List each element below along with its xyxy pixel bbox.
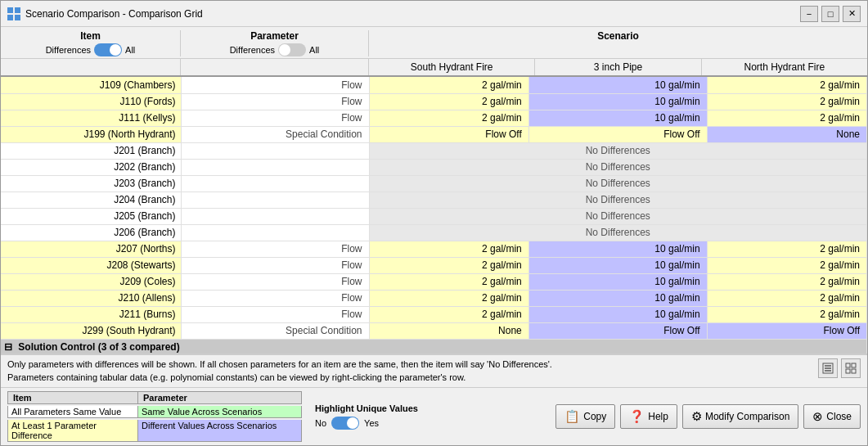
- table-row: J204 (Branch)No Differences: [1, 191, 867, 208]
- value-cell-1: 2 gal/min: [369, 93, 528, 110]
- table-row: J209 (Coles)Flow2 gal/min10 gal/min2 gal…: [1, 273, 867, 290]
- param-differences-toggle[interactable]: [278, 43, 306, 56]
- legend-param-header: Parameter: [138, 391, 302, 404]
- highlight-label: Highlight Unique Values: [315, 403, 418, 413]
- no-differences-cell: No Differences: [369, 159, 867, 175]
- item-cell: J111 (Kellys): [1, 110, 181, 126]
- param-cell: Flow: [181, 77, 369, 93]
- highlight-toggle-thumb: [347, 417, 358, 429]
- param-cell: [181, 191, 369, 208]
- table-row: J109 (Chambers)Flow2 gal/min10 gal/min2 …: [1, 77, 867, 93]
- highlight-toggle[interactable]: [331, 417, 359, 430]
- value-cell-1: 2 gal/min: [369, 257, 528, 273]
- item-cell: J205 (Branch): [1, 208, 181, 224]
- item-toggle-thumb: [110, 44, 121, 56]
- modify-button[interactable]: ⚙ Modify Comparison: [682, 404, 798, 429]
- section-header-cell: ⊟ Solution Control (3 of 3 compared): [1, 339, 867, 354]
- legend-item-header: Item: [7, 391, 138, 404]
- value-cell-1: 2 gal/min: [369, 306, 528, 322]
- param-cell: [181, 208, 369, 224]
- title-bar-left: Scenario Comparison - Comparison Grid: [7, 7, 203, 20]
- footer-area: Item Parameter All Parameters Same Value…: [1, 387, 867, 445]
- svg-rect-11: [852, 369, 856, 373]
- highlight-no-label: No: [315, 418, 326, 428]
- table-row: J199 (North Hydrant)Special ConditionFlo…: [1, 126, 867, 142]
- minimize-button[interactable]: −: [800, 6, 818, 22]
- svg-rect-9: [852, 363, 856, 367]
- value-cell-3: 2 gal/min: [707, 257, 866, 273]
- legend-col-headers: Item Parameter: [7, 391, 302, 404]
- value-cell-1: Flow Off: [369, 126, 528, 142]
- table-row: J206 (Branch)No Differences: [1, 224, 867, 241]
- no-differences-cell: No Differences: [369, 142, 867, 159]
- highlight-toggle-row: No Yes: [315, 417, 379, 430]
- status-bar: Only parameters with differences will be…: [1, 354, 867, 387]
- no-differences-cell: No Differences: [369, 224, 867, 241]
- close-button[interactable]: ⊗ Close: [803, 404, 861, 429]
- copy-label: Copy: [583, 411, 606, 422]
- scenario-col-1: South Hydrant Fire: [369, 59, 535, 75]
- item-cell: J109 (Chambers): [1, 77, 181, 93]
- value-cell-3: 2 gal/min: [707, 306, 866, 322]
- value-cell-3: 2 gal/min: [707, 93, 866, 110]
- item-label: Item: [80, 30, 101, 42]
- value-cell-2: Flow Off: [528, 322, 707, 339]
- value-cell-1: 2 gal/min: [369, 241, 528, 257]
- sh-item-spacer: [1, 59, 181, 75]
- grid-scroll-area[interactable]: J109 (Chambers)Flow2 gal/min10 gal/min2 …: [1, 77, 867, 354]
- maximize-button[interactable]: □: [821, 6, 839, 22]
- scenario-header-col: Scenario: [369, 30, 867, 56]
- item-cell: J209 (Coles): [1, 273, 181, 290]
- grid-export-icon: [845, 363, 857, 374]
- value-cell-2: 10 gal/min: [528, 290, 707, 306]
- table-row: J210 (Allens)Flow2 gal/min10 gal/min2 ga…: [1, 290, 867, 306]
- footer-buttons: 📋 Copy ❓ Help ⚙ Modify Comparison ⊗ Clos…: [555, 404, 861, 429]
- table-row: J299 (South Hydrant)Special ConditionNon…: [1, 322, 867, 339]
- svg-rect-0: [7, 7, 13, 13]
- copy-button[interactable]: 📋 Copy: [555, 404, 615, 429]
- svg-rect-10: [846, 369, 850, 373]
- legend-row-2: At Least 1 Parameter Difference Differen…: [7, 420, 302, 442]
- no-differences-cell: No Differences: [369, 208, 867, 224]
- item-cell: J203 (Branch): [1, 175, 181, 191]
- value-cell-1: None: [369, 322, 528, 339]
- no-differences-cell: No Differences: [369, 191, 867, 208]
- export-icon: [822, 363, 834, 374]
- item-cell: J207 (Norths): [1, 241, 181, 257]
- param-label: Parameter: [250, 30, 299, 42]
- param-cell: [181, 142, 369, 159]
- item-all-label: All: [125, 45, 135, 55]
- value-cell-2: 10 gal/min: [528, 93, 707, 110]
- value-cell-2: 10 gal/min: [528, 273, 707, 290]
- value-cell-2: 10 gal/min: [528, 257, 707, 273]
- param-cell: [181, 175, 369, 191]
- highlight-section: Highlight Unique Values No Yes: [315, 403, 418, 430]
- scenario-col-2: 3 inch Pipe: [535, 59, 701, 75]
- scenario-label: Scenario: [597, 30, 639, 42]
- value-cell-2: 10 gal/min: [528, 241, 707, 257]
- titlebar-close-button[interactable]: ✕: [843, 6, 861, 22]
- param-cell: Special Condition: [181, 126, 369, 142]
- value-cell-3: None: [707, 126, 866, 142]
- param-cell: Flow: [181, 93, 369, 110]
- status-icon-btn-1[interactable]: [818, 358, 838, 378]
- param-cell: Flow: [181, 273, 369, 290]
- legend-row-1: All Parameters Same Value Same Value Acr…: [7, 406, 302, 418]
- value-cell-2: 10 gal/min: [528, 77, 707, 93]
- value-cell-3: 2 gal/min: [707, 241, 866, 257]
- value-cell-3: 2 gal/min: [707, 77, 866, 93]
- param-all-label: All: [309, 45, 319, 55]
- table-row: J203 (Branch)No Differences: [1, 175, 867, 191]
- status-icons: [818, 358, 861, 378]
- no-differences-cell: No Differences: [369, 175, 867, 191]
- table-row: J211 (Burns)Flow2 gal/min10 gal/min2 gal…: [1, 306, 867, 322]
- status-line-1: Only parameters with differences will be…: [7, 358, 812, 371]
- param-show-row: Differences All: [230, 43, 320, 56]
- param-header-col: Parameter Differences All: [181, 30, 369, 56]
- legend-param-cell-1: Same Value Across Scenarios: [138, 406, 302, 418]
- sh-param-spacer: [181, 59, 369, 75]
- item-differences-toggle[interactable]: [94, 43, 122, 56]
- close-circle-icon: ⊗: [812, 409, 823, 424]
- status-icon-btn-2[interactable]: [841, 358, 861, 378]
- help-button[interactable]: ❓ Help: [620, 404, 677, 429]
